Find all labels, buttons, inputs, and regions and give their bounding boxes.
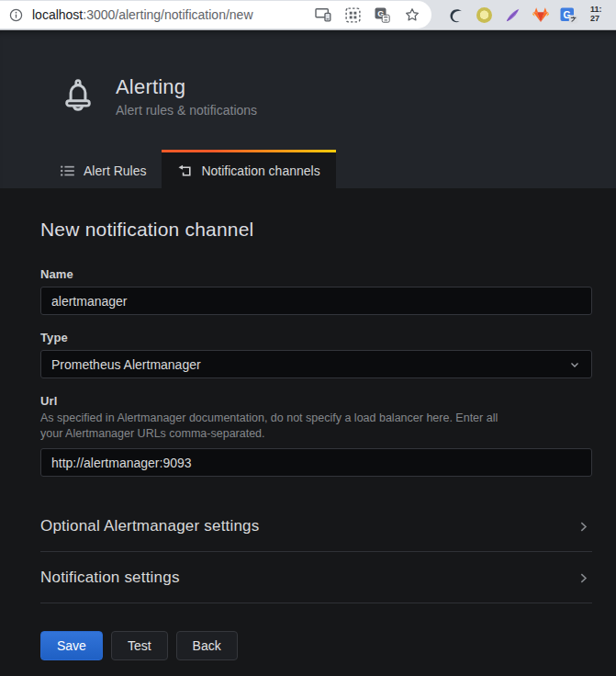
- gitlab-extension-icon[interactable]: [532, 6, 550, 24]
- notification-channel-icon: [177, 163, 193, 178]
- section-notification-settings[interactable]: Notification settings: [40, 552, 592, 603]
- extensions-area: G 11: 27: [446, 6, 602, 24]
- feather-extension-icon[interactable]: [503, 6, 521, 24]
- name-label: Name: [40, 267, 592, 281]
- url-field: Url As specified in Alertmanager documen…: [40, 394, 592, 477]
- list-icon: [60, 163, 75, 178]
- test-button[interactable]: Test: [111, 631, 168, 660]
- form-actions: Save Test Back: [40, 631, 592, 660]
- name-input[interactable]: [40, 287, 592, 315]
- send-to-devices-icon[interactable]: [315, 7, 331, 22]
- swirl-extension-icon[interactable]: [446, 6, 465, 24]
- url-path: :3000/alerting/notification/new: [83, 7, 252, 22]
- yellow-circle-extension-icon[interactable]: [475, 6, 493, 24]
- url-label: Url: [40, 394, 592, 408]
- type-select-value: Prometheus Alertmanager: [51, 357, 201, 372]
- page-info-icon[interactable]: [8, 7, 24, 23]
- url-host: localhost: [32, 7, 83, 22]
- collapsible-sections: Optional Alertmanager settings Notificat…: [40, 501, 592, 603]
- chevron-right-icon: [577, 520, 590, 534]
- type-field: Type Prometheus Alertmanager: [40, 331, 592, 378]
- form-title: New notification channel: [40, 219, 592, 241]
- tab-alert-rules[interactable]: Alert Rules: [44, 150, 162, 188]
- tab-label: Notification channels: [201, 163, 319, 178]
- system-clock: 11: 27: [590, 6, 602, 24]
- page-subtitle: Alert rules & notifications: [116, 103, 257, 118]
- browser-toolbar: localhost:3000/alerting/notification/new…: [0, 0, 616, 30]
- address-bar[interactable]: localhost:3000/alerting/notification/new…: [0, 1, 431, 28]
- url-text[interactable]: localhost:3000/alerting/notification/new: [32, 7, 301, 22]
- section-label: Optional Alertmanager settings: [40, 517, 259, 535]
- tab-notification-channels[interactable]: Notification channels: [162, 150, 335, 188]
- save-button[interactable]: Save: [40, 631, 103, 660]
- section-optional-alertmanager-settings[interactable]: Optional Alertmanager settings: [40, 501, 592, 552]
- type-select[interactable]: Prometheus Alertmanager: [40, 350, 592, 378]
- page-title: Alerting: [116, 75, 257, 99]
- bell-icon: [61, 75, 95, 118]
- notification-channel-form: New notification channel Name Type Prome…: [0, 219, 616, 660]
- bookmark-star-icon[interactable]: [404, 6, 420, 23]
- translate-extension-icon[interactable]: G: [560, 6, 578, 24]
- tab-label: Alert Rules: [84, 163, 146, 178]
- back-button[interactable]: Back: [176, 631, 238, 660]
- type-label: Type: [40, 331, 592, 344]
- chevron-right-icon: [577, 571, 590, 585]
- url-input[interactable]: [40, 448, 592, 477]
- chevron-down-icon: [568, 358, 581, 371]
- alerting-page-header: Alerting Alert rules & notifications Ale…: [0, 30, 616, 188]
- translate-page-icon[interactable]: G: [375, 7, 390, 23]
- tab-bar: Alert Rules Notification channels: [0, 150, 616, 188]
- apps-grid-icon[interactable]: [345, 7, 361, 23]
- section-label: Notification settings: [40, 569, 180, 587]
- url-help-text: As specified in Alertmanager documentati…: [40, 411, 592, 441]
- name-field: Name: [40, 267, 592, 315]
